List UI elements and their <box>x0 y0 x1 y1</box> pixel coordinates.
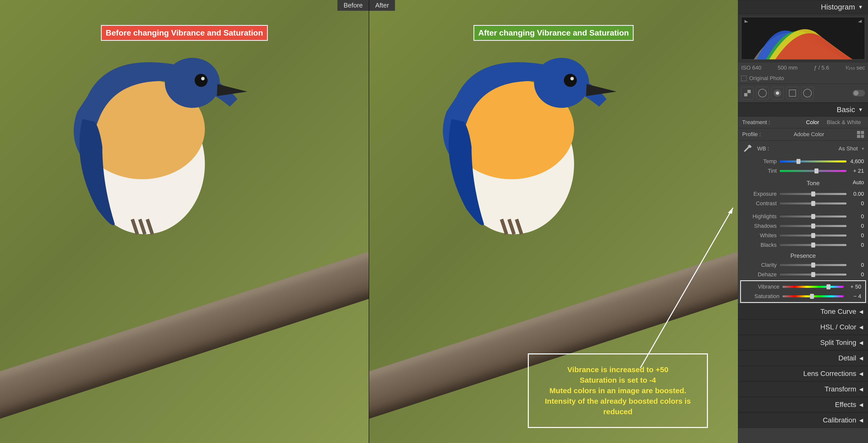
exif-focal: 500 mm <box>778 65 798 71</box>
radial-filter-tool[interactable] <box>801 87 814 99</box>
callout-line: Vibrance is increased to +50 <box>536 364 700 375</box>
wb-label: WB : <box>757 145 769 152</box>
original-photo-toggle[interactable]: Original Photo <box>738 73 868 84</box>
profile-value: Adobe Color <box>794 131 824 138</box>
tint-slider[interactable]: Tint + 21 <box>738 166 868 176</box>
exif-iso: ISO 640 <box>741 65 762 71</box>
after-tab: After <box>369 0 395 11</box>
temp-value[interactable]: 4,600 <box>846 158 864 165</box>
callout-line: reduced <box>536 407 700 417</box>
tone-header: Tone <box>780 177 846 188</box>
treatment-color[interactable]: Color <box>803 118 822 126</box>
disclosure-icon: ▼ <box>858 4 863 10</box>
eyedropper-icon[interactable] <box>742 143 753 154</box>
temp-slider[interactable]: Temp 4,600 <box>738 157 868 166</box>
disclosure-icon: ◀ <box>859 339 863 346</box>
compare-viewer: Before Before changing Vibrance and Satu… <box>0 0 738 443</box>
shadows-slider[interactable]: Shadows0 <box>738 221 868 231</box>
histogram-header[interactable]: Histogram ▼ <box>738 0 868 14</box>
split-toning-header[interactable]: Split Toning◀ <box>738 335 868 350</box>
disclosure-icon: ◀ <box>859 371 863 377</box>
transform-header[interactable]: Transform◀ <box>738 381 868 397</box>
treatment-label: Treatment : <box>742 119 770 126</box>
bird-illustration <box>427 34 622 239</box>
spot-removal-tool[interactable] <box>756 87 769 99</box>
callout-line: Muted colors in an image are boosted. <box>536 385 700 396</box>
wb-row: WB : As Shot ▾ <box>738 141 868 157</box>
tint-value[interactable]: + 21 <box>846 168 864 174</box>
callout-line: Saturation is set to -4 <box>536 375 700 385</box>
exif-shutter: ¹⁄₂₅₀ sec <box>845 65 865 71</box>
mask-toggle[interactable] <box>852 90 865 96</box>
profile-label: Profile : <box>742 131 761 138</box>
hsl-header[interactable]: HSL / Color◀ <box>738 319 868 335</box>
treatment-bw[interactable]: Black & White <box>824 118 864 126</box>
bird-illustration <box>57 34 252 239</box>
redeye-tool[interactable] <box>771 87 784 99</box>
before-tab: Before <box>337 0 369 11</box>
after-pane[interactable]: After After changing Vibrance and Satura… <box>369 0 738 443</box>
presence-header: Presence <box>738 250 868 260</box>
blacks-slider[interactable]: Blacks0 <box>738 240 868 250</box>
svg-point-8 <box>564 74 577 87</box>
callout-line: Intensity of the already boosted colors … <box>536 396 700 407</box>
disclosure-icon: ◀ <box>859 324 863 330</box>
svg-point-7 <box>534 58 589 108</box>
histogram[interactable] <box>738 14 868 63</box>
svg-point-4 <box>201 77 205 80</box>
disclosure-icon: ◀ <box>859 386 863 392</box>
svg-point-9 <box>570 77 574 80</box>
histogram-chart <box>741 17 865 59</box>
disclosure-icon: ▼ <box>858 107 863 113</box>
wb-value[interactable]: As Shot <box>838 145 858 152</box>
dropdown-icon: ▾ <box>862 146 864 151</box>
basic-header[interactable]: Basic ▼ <box>738 102 868 117</box>
treatment-row: Treatment : Color Black & White <box>738 117 868 128</box>
collapsed-panels: Tone Curve◀ HSL / Color◀ Split Toning◀ D… <box>738 304 868 428</box>
annotation-callout: Vibrance is increased to +50 Saturation … <box>528 353 708 428</box>
lens-corrections-header[interactable]: Lens Corrections◀ <box>738 366 868 381</box>
develop-panel: Histogram ▼ ISO 640 500 mm ƒ / 5.6 ¹⁄₂₅₀… <box>738 0 868 443</box>
basic-label: Basic <box>837 106 855 114</box>
contrast-slider[interactable]: Contrast0 <box>738 199 868 208</box>
svg-point-2 <box>165 58 220 108</box>
before-pane[interactable]: Before Before changing Vibrance and Satu… <box>0 0 369 443</box>
svg-marker-13 <box>858 20 862 23</box>
profile-row[interactable]: Profile : Adobe Color <box>738 128 868 141</box>
crop-tool[interactable] <box>741 87 754 99</box>
detail-header[interactable]: Detail◀ <box>738 350 868 366</box>
tone-curve-header[interactable]: Tone Curve◀ <box>738 304 868 319</box>
exif-strip: ISO 640 500 mm ƒ / 5.6 ¹⁄₂₅₀ sec <box>738 63 868 73</box>
whites-slider[interactable]: Whites0 <box>738 231 868 240</box>
disclosure-icon: ◀ <box>859 417 863 423</box>
vibrance-saturation-highlight: Vibrance+ 50 Saturation− 4 <box>740 280 866 303</box>
disclosure-icon: ◀ <box>859 308 863 315</box>
dehaze-slider[interactable]: Dehaze0 <box>738 270 868 279</box>
histogram-label: Histogram <box>821 3 855 11</box>
svg-marker-12 <box>744 20 748 23</box>
checkbox-icon <box>741 76 747 81</box>
exif-aperture: ƒ / 5.6 <box>814 65 829 71</box>
profile-browser-icon[interactable] <box>857 131 864 138</box>
disclosure-icon: ◀ <box>859 402 863 408</box>
tint-label: Tint <box>742 168 780 174</box>
highlights-slider[interactable]: Highlights0 <box>738 212 868 221</box>
disclosure-icon: ◀ <box>859 355 863 361</box>
vibrance-slider[interactable]: Vibrance+ 50 <box>741 282 865 292</box>
svg-point-3 <box>195 74 208 87</box>
local-adjust-toolstrip <box>738 84 868 102</box>
original-photo-label: Original Photo <box>749 75 784 82</box>
tone-header-row: Tone Auto <box>738 176 868 189</box>
auto-button[interactable]: Auto <box>846 179 864 186</box>
temp-label: Temp <box>742 158 780 165</box>
calibration-header[interactable]: Calibration◀ <box>738 412 868 428</box>
effects-header[interactable]: Effects◀ <box>738 397 868 412</box>
clarity-slider[interactable]: Clarity0 <box>738 260 868 270</box>
saturation-slider[interactable]: Saturation− 4 <box>741 292 865 301</box>
exposure-slider[interactable]: Exposure0.00 <box>738 189 868 199</box>
graduated-filter-tool[interactable] <box>786 87 799 99</box>
